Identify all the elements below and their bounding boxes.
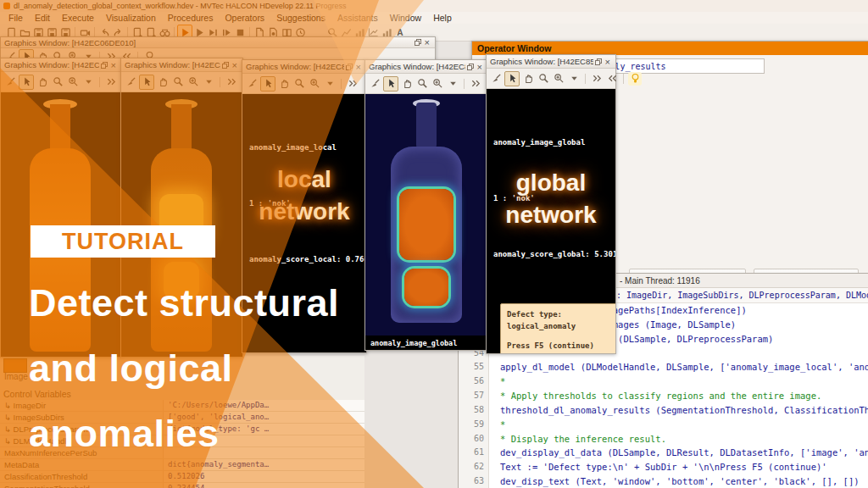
magplus-icon[interactable] — [66, 75, 80, 89]
cursor-icon[interactable] — [504, 71, 520, 86]
image-label: anomaly_image_global — [365, 336, 487, 350]
close-icon[interactable]: × — [423, 38, 431, 47]
variable-name[interactable]: MetaData — [0, 459, 164, 470]
app-titlebar[interactable]: dl_anomaly_detection_global_context_work… — [0, 0, 868, 12]
float-window-icon[interactable] — [99, 60, 109, 70]
window-title: Graphics Window: [H42EC85E6E — [490, 57, 593, 66]
menu-assistants[interactable]: Assistants — [332, 13, 383, 23]
mag-icon[interactable] — [537, 72, 550, 86]
close-icon[interactable]: × — [354, 63, 363, 71]
window-titlebar[interactable]: Graphics Window: [H42EC85E2 × — [242, 60, 366, 74]
variable-row[interactable]: MetaDatadict{anomaly_segmenta… — [0, 459, 364, 471]
variable-name[interactable]: SegmentationThreshold — [0, 483, 164, 488]
mag-icon[interactable] — [171, 75, 185, 89]
magplus-icon[interactable] — [186, 75, 200, 89]
broom-icon[interactable] — [3, 75, 17, 89]
caret-icon[interactable] — [81, 75, 95, 89]
menu-suggestions[interactable]: Suggestions — [271, 13, 331, 23]
window-titlebar[interactable]: Graphics Window: [H42EC85E4 × — [1, 58, 121, 72]
headline-line2: and logical — [29, 347, 233, 391]
graphics-window-heatmap[interactable]: Graphics Window: [H42EC85E4 × anomaly_im… — [364, 59, 488, 351]
app-logo-icon — [3, 3, 10, 9]
variable-name[interactable]: ClassificationThreshold — [0, 471, 164, 482]
line-number: 63 — [459, 474, 484, 488]
magplus-icon[interactable] — [308, 77, 321, 91]
close-icon[interactable]: × — [604, 58, 612, 66]
chevl-icon[interactable] — [605, 72, 619, 86]
caret-icon[interactable] — [323, 77, 337, 91]
mag-icon[interactable] — [415, 77, 429, 91]
graphics-window-global-result[interactable]: Graphics Window: [H42EC85E6E × anomaly_i… — [486, 54, 616, 354]
code-line[interactable]: threshold_dl_anomaly_results (Segmentati… — [500, 403, 868, 418]
variable-row[interactable]: ClassificationThreshold0.512026 — [0, 471, 364, 483]
broom-icon[interactable] — [124, 75, 137, 89]
code-line[interactable]: apply_dl_model (DLModelHandle, DLSample,… — [500, 360, 868, 374]
menu-edit[interactable]: Edit — [30, 13, 55, 23]
operator-window-titlebar[interactable]: Operator Window — [472, 42, 868, 55]
caret-icon[interactable] — [446, 77, 459, 91]
close-icon[interactable]: × — [109, 61, 118, 69]
variable-name[interactable]: ↳ ImageDir — [0, 400, 164, 411]
cursor-icon[interactable] — [383, 76, 398, 92]
menu-execute[interactable]: Execute — [57, 13, 99, 23]
close-icon[interactable]: × — [231, 61, 239, 69]
chevr-icon[interactable] — [590, 72, 604, 86]
float-window-icon[interactable] — [220, 60, 231, 70]
broom-icon[interactable] — [245, 77, 259, 91]
broom-icon[interactable] — [368, 77, 381, 91]
code-line[interactable]: * Apply thresholds to classify regions a… — [500, 389, 868, 403]
magplus-icon[interactable] — [552, 72, 565, 86]
menu-operators[interactable]: Operators — [220, 13, 270, 23]
code-line[interactable]: Text := 'Defect type:\n' + SubDir + '\n\… — [500, 460, 868, 474]
hand-icon[interactable] — [277, 77, 291, 91]
iconic-variable-thumbnail[interactable] — [3, 358, 27, 373]
variable-row[interactable]: ↳ ImageDir'C:/Users/loewe/AppDa… — [0, 400, 364, 412]
caret-icon[interactable] — [202, 75, 215, 89]
menu-visualization[interactable]: Visualization — [101, 13, 161, 23]
code-line[interactable]: * — [500, 374, 868, 389]
chevr-icon[interactable] — [225, 75, 238, 89]
chevr-icon[interactable] — [346, 77, 359, 91]
hand-icon[interactable] — [400, 77, 414, 91]
float-window-icon[interactable] — [593, 57, 604, 67]
code-line[interactable]: dev_display_dl_data (DLSample, DLResult,… — [500, 446, 868, 460]
cursor-icon[interactable] — [260, 76, 275, 92]
window-title: Graphics Window: [H42EC85E4 — [4, 60, 99, 69]
hand-icon[interactable] — [36, 75, 49, 89]
broom-icon[interactable] — [489, 72, 503, 86]
cursor-icon[interactable] — [139, 75, 154, 90]
menu-window[interactable]: Window — [385, 13, 426, 23]
code-line[interactable]: * Display the inference result. — [500, 432, 868, 446]
hand-icon[interactable] — [156, 75, 170, 89]
toolbar-separator — [623, 74, 624, 84]
window-titlebar[interactable]: Graphics Window: [H42EC85E5 × — [121, 58, 242, 72]
caret-icon[interactable] — [567, 72, 581, 86]
window-titlebar[interactable]: Graphics Window: [H42EC85E4 × — [365, 60, 487, 74]
float-window-icon[interactable] — [344, 62, 354, 72]
variable-value[interactable]: dict{anomaly_segmenta… — [164, 459, 364, 470]
magplus-icon[interactable] — [431, 77, 444, 91]
mag-icon[interactable] — [292, 77, 306, 91]
hand-icon[interactable] — [521, 72, 535, 86]
anomaly-heatmap-image: anomaly_image_global — [365, 94, 487, 350]
mag-icon[interactable] — [51, 75, 64, 89]
close-icon[interactable]: × — [476, 63, 484, 71]
float-window-icon[interactable] — [465, 62, 476, 72]
menu-file[interactable]: File — [3, 13, 28, 23]
chevr-icon[interactable] — [469, 77, 482, 91]
float-window-icon[interactable] — [413, 37, 423, 47]
menu-help[interactable]: Help — [428, 13, 457, 23]
cursor-icon[interactable] — [19, 75, 34, 90]
toolbar-separator — [464, 79, 465, 89]
window-titlebar[interactable]: Graphics Window: [H42EC06DE010] × — [1, 37, 435, 48]
variable-value[interactable]: 'C:/Users/loewe/AppDa… — [164, 400, 364, 411]
menu-procedures[interactable]: Procedures — [163, 13, 219, 23]
chevr-icon[interactable] — [104, 75, 118, 89]
variable-value[interactable]: 0.234454 — [164, 483, 364, 488]
code-line[interactable]: dev_disp_text (Text, 'window', 'bottom',… — [500, 474, 868, 488]
variable-value[interactable]: 0.512026 — [164, 471, 364, 482]
code-line[interactable]: * — [500, 418, 868, 432]
bulb-icon[interactable] — [628, 72, 642, 86]
window-titlebar[interactable]: Graphics Window: [H42EC85E6E × — [487, 55, 615, 69]
variable-row[interactable]: SegmentationThreshold0.234454 — [0, 483, 364, 488]
